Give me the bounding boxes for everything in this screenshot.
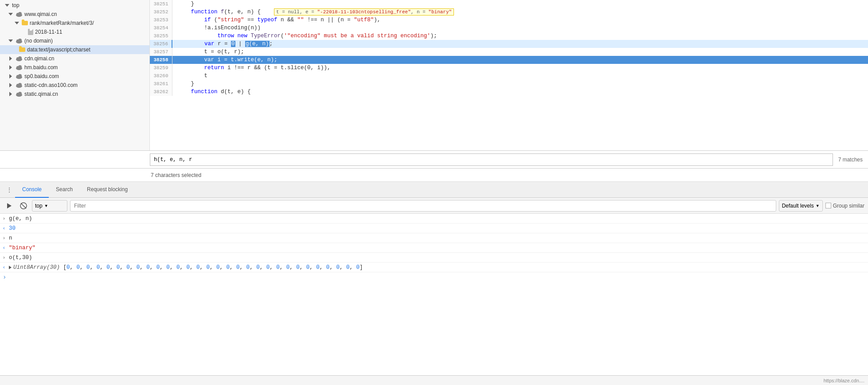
code-text: t (172, 72, 868, 80)
code-line-38254: 38254 !a.isEncoding(n)) (150, 24, 868, 32)
tab-request-blocking[interactable]: Request blocking (80, 182, 135, 198)
sidebar: top www.qimai.cn rank/marketRank/market/… (0, 0, 150, 150)
line-number: 38254 (150, 24, 172, 32)
triangle-down-icon (7, 11, 14, 18)
code-text: function f(t, e, n) { t = null, e = "-22… (172, 8, 868, 16)
code-text: var i = t.write(e, n); (172, 56, 868, 64)
stop-button[interactable] (18, 200, 29, 212)
sidebar-item-data-text[interactable]: data:text/javascript;charset (0, 45, 149, 54)
code-line-38253: 38253 if ("string" == typeof n && "" !==… (150, 16, 868, 24)
execute-button[interactable] (4, 200, 15, 212)
devtools-more-button[interactable]: ⋮ (4, 184, 15, 196)
context-selector[interactable]: top ▼ (32, 200, 67, 212)
sidebar-item-sp0-baidu[interactable]: sp0.baidu.com (0, 72, 149, 81)
triangle-right-icon (7, 55, 14, 62)
code-line-38251: 38251 } (150, 0, 868, 8)
code-line-38255: 38255 throw new TypeError('"encoding" mu… (150, 32, 868, 40)
cloud-icon (16, 12, 23, 17)
line-number: 38260 (150, 72, 172, 80)
group-similar-text: Group similar (833, 203, 864, 209)
cloud-icon (16, 56, 23, 61)
line-number: 38255 (150, 32, 172, 40)
svg-point-14 (18, 74, 22, 78)
expand-arrow-icon[interactable] (9, 266, 12, 269)
code-table: 38251 } 38252 function f(t, e, n) { t = … (150, 0, 868, 96)
log-level-selector[interactable]: Default levels ▼ (779, 200, 823, 212)
stop-icon (20, 202, 27, 209)
line-number: 38256 (150, 40, 172, 48)
line-number: 38259 (150, 64, 172, 72)
code-text: throw new TypeError('"encoding" must be … (172, 32, 868, 40)
svg-point-5 (18, 39, 22, 42)
sidebar-item-label: static-cdn.aso100.com (24, 82, 78, 88)
sidebar-item-cdn-qimai[interactable]: cdn.qimai.cn (0, 54, 149, 63)
code-text: function d(t, e) { (172, 88, 868, 96)
code-text: if ("string" == typeof n && "" !== n || … (172, 16, 868, 24)
search-input[interactable] (150, 153, 833, 166)
prompt-arrow-icon: › (3, 274, 6, 281)
console-entry-3: › n (0, 233, 868, 243)
code-line-38262: 38262 function d(t, e) { (150, 88, 868, 96)
code-text: !a.isEncoding(n)) (172, 24, 868, 32)
folder-icon (19, 47, 25, 52)
sidebar-item-label: www.qimai.cn (24, 11, 57, 17)
sidebar-item-hm-baidu[interactable]: hm.baidu.com (0, 63, 149, 72)
svg-point-11 (18, 65, 22, 69)
sidebar-item-static-qimai[interactable]: static.qimai.cn (0, 90, 149, 98)
svg-point-17 (18, 83, 22, 86)
console-entry-2: ‹ 30 (0, 224, 868, 233)
sidebar-item-top[interactable]: top (0, 1, 149, 10)
sidebar-item-no-domain[interactable]: (no domain) (0, 36, 149, 45)
triangle-down-icon (4, 2, 11, 9)
devtools-tabs: ⋮ Console Search Request blocking (0, 182, 868, 198)
sidebar-item-static-cdn-aso100[interactable]: static-cdn.aso100.com (0, 81, 149, 90)
svg-point-20 (18, 92, 22, 95)
sidebar-item-rank-market[interactable]: rank/marketRank/market/3/ (0, 19, 149, 28)
console-entry-4: ‹ "binary" (0, 243, 868, 253)
line-number: 38261 (150, 80, 172, 88)
line-number: 38253 (150, 16, 172, 24)
output-arrow-icon: ‹ (3, 265, 5, 270)
search-bar: 7 matches (0, 151, 868, 169)
input-arrow-icon: › (3, 255, 5, 260)
tab-console-label: Console (22, 186, 42, 192)
tab-request-blocking-label: Request blocking (87, 186, 128, 192)
group-similar-checkbox[interactable] (825, 203, 831, 208)
console-entry-text: Uint8Array(30) [0, 0, 0, 0, 0, 0, 0, 0, … (13, 264, 363, 271)
group-similar-label[interactable]: Group similar (825, 203, 864, 209)
log-level-label: Default levels (782, 203, 814, 209)
svg-point-2 (18, 12, 22, 16)
sidebar-item-2018-11-11[interactable]: 2018-11-11 (0, 28, 149, 36)
context-dropdown-arrow: ▼ (44, 204, 48, 208)
sidebar-item-label: (no domain) (24, 38, 53, 44)
console-entry-1: › g(e, n) (0, 214, 868, 224)
cloud-icon (16, 91, 23, 97)
selection-status-bar: 7 characters selected (0, 169, 868, 182)
code-line-38256: 38256 var r = 0 | g(e, n); (150, 40, 868, 48)
triangle-right-icon (7, 73, 14, 80)
console-toolbar: top ▼ Default levels ▼ Group similar (0, 198, 868, 214)
console-entry-6: ‹ Uint8Array(30) [0, 0, 0, 0, 0, 0, 0, 0… (0, 263, 868, 272)
bottom-status-bar: https://blaze.cdn.... (0, 375, 868, 385)
tab-search[interactable]: Search (49, 182, 80, 198)
bottom-url-text: https://blaze.cdn.... (824, 378, 864, 383)
spacer-icon (22, 28, 27, 35)
code-text: } (172, 0, 868, 8)
console-prompt-line: › (0, 272, 868, 282)
line-number: 38262 (150, 88, 172, 96)
code-line-38261: 38261 } (150, 80, 868, 88)
tab-console[interactable]: Console (15, 182, 49, 198)
sidebar-item-label: static.qimai.cn (24, 91, 58, 97)
code-line-38258: 38258 var i = t.write(e, n); (150, 56, 868, 64)
console-output: › g(e, n) ‹ 30 › n ‹ "binary" › o(t,30) … (0, 214, 868, 375)
sidebar-item-label: cdn.qimai.cn (24, 55, 54, 62)
sidebar-item-label: hm.baidu.com (24, 64, 58, 71)
log-level-arrow: ▼ (816, 204, 820, 208)
output-arrow-icon: ‹ (3, 245, 5, 250)
code-text: t = o(t, r); (172, 48, 868, 56)
sidebar-item-www-qimai[interactable]: www.qimai.cn (0, 10, 149, 19)
filter-input[interactable] (70, 200, 776, 212)
context-label: top (35, 203, 43, 209)
triangle-down-icon (13, 20, 20, 27)
code-line-38257: 38257 t = o(t, r); (150, 48, 868, 56)
